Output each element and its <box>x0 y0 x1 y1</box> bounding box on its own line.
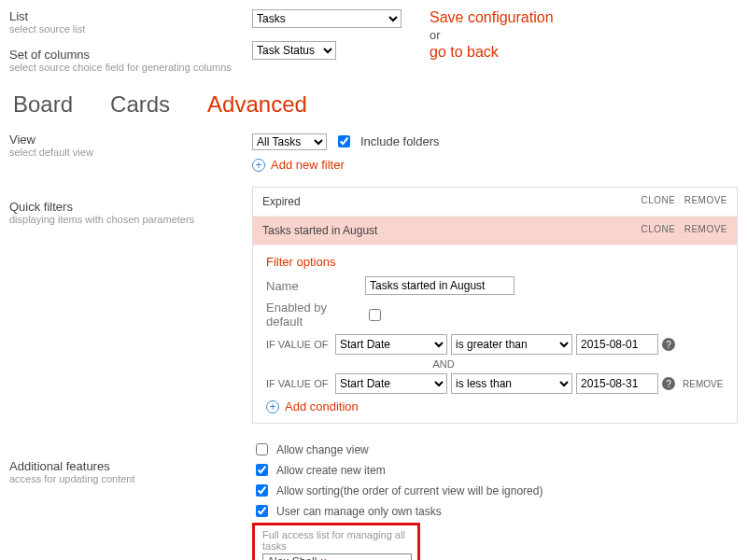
additional-features-label: Additional features <box>9 459 252 473</box>
user-name: Alex Shell <box>267 555 317 560</box>
condition-value-input[interactable] <box>576 334 658 355</box>
condition-op-select[interactable]: is greater than <box>451 334 572 355</box>
filter-list: Expired CLONE REMOVE Tasks started in Au… <box>252 187 738 424</box>
view-select[interactable]: All Tasks <box>252 133 327 150</box>
manage-own-checkbox[interactable] <box>256 505 268 517</box>
if-value-label: IF VALUE OF <box>266 339 331 350</box>
filter-name-input[interactable] <box>365 276 514 295</box>
full-access-hint: Full access list for managing all tasks <box>262 529 410 552</box>
tab-advanced[interactable]: Advanced <box>207 91 307 118</box>
quickfilters-hint: displaying items with chosen parameters <box>9 214 252 225</box>
or-text: or <box>430 28 554 42</box>
add-filter-link[interactable]: + Add new filter <box>252 158 738 172</box>
clone-button[interactable]: CLONE <box>641 195 675 205</box>
name-label: Name <box>266 279 359 293</box>
user-chip[interactable]: Alex Shell x <box>262 553 412 560</box>
add-filter-text: Add new filter <box>271 158 345 172</box>
allow-change-view-checkbox[interactable] <box>256 443 268 455</box>
manage-own-label: User can manage only own tasks <box>276 505 442 518</box>
columns-select[interactable]: Task Status <box>252 41 336 60</box>
filter-item-august[interactable]: Tasks started in August CLONE REMOVE <box>253 217 737 245</box>
include-folders-checkbox[interactable] <box>338 135 350 147</box>
list-select[interactable]: Tasks <box>252 9 402 28</box>
condition-field-select[interactable]: Start Date <box>335 373 447 394</box>
plus-icon: + <box>252 159 265 172</box>
filter-name: Tasks started in August <box>262 224 377 237</box>
remove-button[interactable]: REMOVE <box>684 224 727 234</box>
filter-options-panel: Filter options Name Enabled by default I… <box>253 245 737 423</box>
allow-sorting-label: Allow sorting(the order of current view … <box>276 484 543 497</box>
clone-button[interactable]: CLONE <box>641 224 675 234</box>
add-condition-text: Add condition <box>285 399 359 413</box>
enabled-default-checkbox[interactable] <box>369 309 381 321</box>
filter-name: Expired <box>262 195 301 208</box>
view-label: View <box>9 133 252 147</box>
enabled-label: Enabled by default <box>266 301 359 329</box>
add-condition-link[interactable]: + Add condition <box>266 399 724 413</box>
additional-features-hint: access for updating content <box>9 473 252 484</box>
allow-create-label: Allow create new item <box>276 464 386 477</box>
allow-change-view-label: Allow change view <box>276 443 369 456</box>
and-label: AND <box>266 358 724 370</box>
if-value-label: IF VALUE OF <box>266 378 331 389</box>
plus-icon: + <box>266 400 279 413</box>
save-config-link[interactable]: Save configuration <box>430 9 554 26</box>
tab-cards[interactable]: Cards <box>110 91 170 118</box>
allow-sorting-checkbox[interactable] <box>256 484 268 497</box>
tabs: Board Cards Advanced <box>9 88 738 121</box>
help-icon[interactable]: ? <box>662 377 675 390</box>
full-access-box: Full access list for managing all tasks … <box>252 523 420 560</box>
remove-button[interactable]: REMOVE <box>684 195 727 205</box>
cols-hint: select source choice field for generatin… <box>9 62 252 73</box>
tab-board[interactable]: Board <box>13 91 73 118</box>
list-label: List <box>9 9 252 23</box>
condition-op-select[interactable]: is less than <box>451 373 572 394</box>
filter-options-title: Filter options <box>266 255 724 269</box>
filter-item-expired[interactable]: Expired CLONE REMOVE <box>253 188 737 217</box>
condition-field-select[interactable]: Start Date <box>335 334 447 355</box>
cols-label: Set of columns <box>9 48 252 62</box>
include-folders-label: Include folders <box>360 134 440 148</box>
list-hint: select source list <box>9 23 252 35</box>
help-icon[interactable]: ? <box>662 338 675 351</box>
remove-condition-link[interactable]: REMOVE <box>683 379 723 389</box>
allow-create-checkbox[interactable] <box>256 464 268 476</box>
view-hint: select default view <box>9 147 252 158</box>
quickfilters-label: Quick filters <box>9 200 252 214</box>
condition-value-input[interactable] <box>576 373 658 394</box>
remove-user-icon[interactable]: x <box>320 555 326 560</box>
go-back-link[interactable]: go to back <box>430 44 554 61</box>
